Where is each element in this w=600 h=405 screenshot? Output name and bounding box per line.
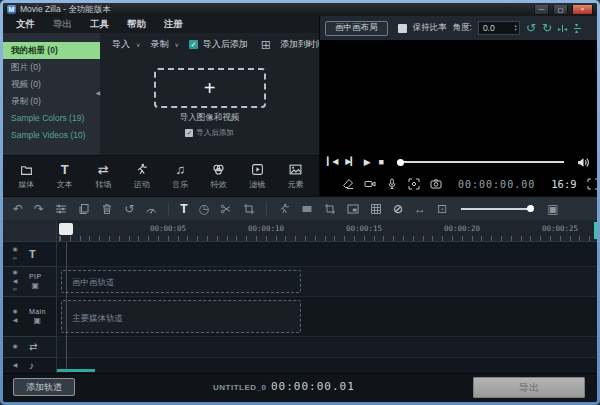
focus-icon[interactable] <box>408 178 420 190</box>
pip-track-placeholder[interactable]: 画中画轨道 <box>61 270 301 293</box>
record-button[interactable]: 录制 <box>150 38 168 51</box>
sidebar-item-pictures[interactable]: 图片 (0) <box>3 59 100 76</box>
pip-track-header[interactable]: ◉ ◀ ∞ PIP ▣ <box>3 267 56 297</box>
music-track[interactable] <box>57 358 597 373</box>
timeline-zoom-slider[interactable] <box>461 208 533 210</box>
main-track-header[interactable]: ◉ ◀ Main ▣ <box>3 297 56 337</box>
eye-icon[interactable]: ◉ <box>12 269 17 277</box>
playhead[interactable] <box>59 223 73 235</box>
mute-speaker-icon[interactable]: ◀ <box>13 317 18 325</box>
undo-icon[interactable]: ↶ <box>13 203 23 215</box>
text-track[interactable] <box>57 242 597 267</box>
chevron-down-icon[interactable]: ∨ <box>136 41 140 48</box>
tab-music[interactable]: ♫ 音乐 <box>162 162 198 190</box>
link-icon[interactable]: ∞ <box>13 255 17 263</box>
add-after-import-checkbox[interactable]: ✓ <box>189 40 198 49</box>
frame-view-icon[interactable]: ▣ <box>547 203 558 215</box>
menu-register[interactable]: 注册 <box>155 18 192 31</box>
close-button[interactable]: × <box>572 5 593 15</box>
tab-motion[interactable]: 运动 <box>124 162 160 190</box>
tab-elements[interactable]: 元素 <box>278 162 314 190</box>
mute-speaker-icon[interactable]: ◀ <box>13 362 18 370</box>
menu-tools[interactable]: 工具 <box>81 18 118 31</box>
copy-icon[interactable] <box>78 203 90 215</box>
stop-button[interactable]: ■ <box>379 157 384 167</box>
add-to-timeline-label[interactable]: 添加到时间轴 <box>280 38 319 51</box>
speed-icon[interactable] <box>145 203 157 215</box>
sidebar-item-sample-colors[interactable]: Sample Colors (19) <box>3 110 100 127</box>
music-track-header[interactable]: ◀ ♪ <box>3 358 56 373</box>
sidebar-item-videos[interactable]: 视频 (0) <box>3 76 100 93</box>
adjust-sliders-icon[interactable] <box>55 203 67 215</box>
mosaic-icon[interactable] <box>370 203 382 215</box>
spinner-icon[interactable]: ▴▾ <box>515 24 519 32</box>
fullscreen-icon[interactable] <box>587 178 597 190</box>
eraser-icon[interactable] <box>342 178 354 190</box>
angle-input[interactable]: 0.0 ▴▾ <box>478 21 520 35</box>
pip-track[interactable]: 画中画轨道 <box>57 267 597 297</box>
main-track[interactable]: 主要媒体轨道 <box>57 297 597 337</box>
grid-view-icon[interactable]: ⊞ <box>261 39 271 51</box>
next-frame-button[interactable]: ▶▎ <box>345 158 355 166</box>
eye-icon[interactable]: ◉ <box>12 308 17 316</box>
play-button[interactable]: ▶ <box>364 157 371 167</box>
aspect-ratio[interactable]: 16:9 <box>551 178 576 190</box>
seek-bar[interactable] <box>397 161 564 163</box>
flip-vertical-icon[interactable]: ▸◂ <box>574 23 581 32</box>
rotate-right-icon[interactable]: ↻ <box>542 22 552 34</box>
seek-handle[interactable] <box>397 159 404 166</box>
sidebar-item-my-album[interactable]: 我的相册 (0) <box>3 42 100 59</box>
eye-icon[interactable]: ◉ <box>12 343 17 351</box>
snapshot-icon[interactable] <box>430 178 442 190</box>
link-icon[interactable]: ∞ <box>13 286 17 294</box>
add-track-button[interactable]: 添加轨道 <box>13 378 75 396</box>
green-screen-icon[interactable] <box>301 203 313 215</box>
menu-file[interactable]: 文件 <box>7 18 44 31</box>
tab-text[interactable]: T 文本 <box>47 162 83 190</box>
fit-width-icon[interactable]: ↔ <box>414 203 426 215</box>
pip-frame-icon[interactable] <box>347 203 359 215</box>
duration-clock-icon[interactable]: ◷ <box>199 203 209 215</box>
split-scissors-icon[interactable] <box>220 203 232 215</box>
microphone-icon[interactable] <box>386 178 398 190</box>
rotate-left-icon[interactable]: ↺ <box>526 22 536 34</box>
import-dropzone[interactable]: + <box>154 68 266 108</box>
sidebar-item-recordings[interactable]: 录制 (0) <box>3 93 100 110</box>
text-track-header[interactable]: ◉ ∞ T <box>3 242 56 267</box>
tab-media[interactable]: 媒体 <box>8 162 44 190</box>
tab-effects[interactable]: 特效 <box>201 162 237 190</box>
add-after-import-checkbox[interactable]: ✓ <box>185 129 193 137</box>
text-tool-icon[interactable]: T <box>180 203 187 215</box>
crop-icon[interactable] <box>243 203 255 215</box>
redo-icon[interactable]: ↷ <box>34 203 44 215</box>
flip-horizontal-icon[interactable]: ▸◂ <box>558 25 567 32</box>
trash-icon[interactable] <box>101 203 113 215</box>
import-button[interactable]: 导入 <box>112 38 130 51</box>
transition-track[interactable] <box>57 337 597 358</box>
camera-record-icon[interactable] <box>364 178 376 190</box>
keep-ratio-checkbox[interactable] <box>398 24 407 33</box>
rotate-icon[interactable]: ↺ <box>124 203 134 215</box>
tab-filters[interactable]: 滤镜 <box>239 162 275 190</box>
sidebar-item-sample-videos[interactable]: Sample Videos (10) <box>3 127 100 144</box>
timeline-ruler[interactable]: 00:00:05 00:00:10 00:00:15 00:00:20 00:0… <box>57 220 597 242</box>
mute-speaker-icon[interactable]: ◀ <box>13 278 18 286</box>
tab-transitions[interactable]: ⇄ 转场 <box>85 162 121 190</box>
sidebar-collapse-icon[interactable]: ◀ <box>95 89 100 96</box>
export-button[interactable]: 导出 <box>473 377 585 398</box>
pip-layout-button[interactable]: 画中画布局 <box>325 21 388 36</box>
motion-runner-icon[interactable] <box>278 203 290 215</box>
volume-icon[interactable] <box>577 156 590 169</box>
zoom-slider-handle[interactable] <box>527 205 534 212</box>
chevron-down-icon[interactable]: ∨ <box>174 41 178 48</box>
transition-track-header[interactable]: ◉ ⇄ <box>3 337 56 358</box>
maximize-button[interactable]: ▢ <box>553 5 568 15</box>
previous-frame-button[interactable]: ▎◀ <box>327 158 337 166</box>
crop-zoom-icon[interactable] <box>324 203 336 215</box>
eye-icon[interactable]: ◉ <box>12 246 17 254</box>
main-track-placeholder[interactable]: 主要媒体轨道 <box>61 300 301 333</box>
menu-export[interactable]: 导出 <box>44 18 81 31</box>
zoom-fit-icon[interactable]: ⊡ <box>437 203 447 215</box>
minimize-button[interactable]: — <box>534 5 549 15</box>
snap-icon[interactable]: ⊘ <box>393 203 403 215</box>
